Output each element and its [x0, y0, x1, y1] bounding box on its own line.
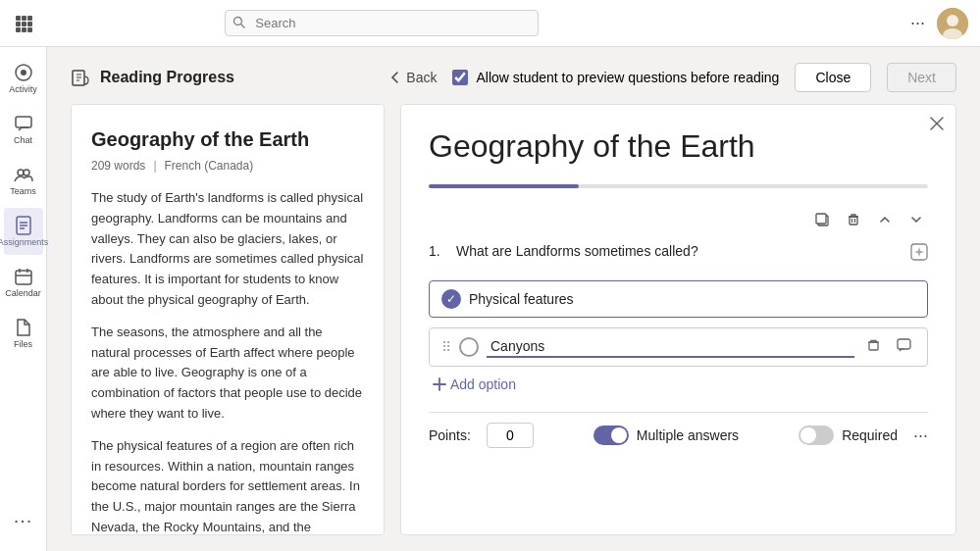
more-icon[interactable]: ··· [910, 13, 925, 33]
points-label: Points: [429, 427, 471, 443]
language: French (Canada) [165, 159, 254, 173]
required-label: Required [842, 427, 898, 443]
points-input[interactable] [487, 423, 534, 448]
quiz-panel: Geography of the Earth [400, 104, 956, 535]
svg-rect-37 [898, 339, 910, 349]
preview-row: Allow student to preview questions befor… [452, 70, 779, 85]
svg-rect-5 [27, 22, 32, 26]
search-bar [225, 10, 539, 36]
multiple-answers-label: Multiple answers [637, 427, 739, 443]
answer-input-2[interactable] [487, 336, 854, 358]
svg-rect-16 [16, 117, 31, 127]
app-title: Reading Progress [100, 69, 234, 86]
svg-rect-0 [16, 16, 21, 21]
next-button[interactable]: Next [887, 63, 956, 92]
quiz-title: Geography of the Earth [429, 128, 928, 165]
sidebar-item-assignments[interactable]: Assignments [4, 208, 43, 255]
svg-rect-23 [16, 271, 31, 284]
add-option-button[interactable]: Add option [433, 376, 516, 392]
multiple-answers-group: Multiple answers [593, 426, 739, 445]
grid-icon[interactable] [12, 12, 35, 35]
top-bar: ··· [0, 0, 980, 47]
sidebar-item-calendar[interactable]: Calendar [4, 259, 43, 306]
sidebar-teams-label: Teams [10, 186, 36, 196]
sidebar-item-files[interactable]: Files [4, 310, 43, 357]
word-count: 209 words [91, 159, 145, 173]
reading-para-2: The seasons, the atmosphere and all the … [91, 323, 364, 425]
sidebar-assignments-label: Assignments [0, 237, 48, 247]
comment-answer-2-button[interactable] [893, 336, 915, 358]
svg-rect-7 [22, 27, 26, 32]
svg-rect-3 [16, 22, 21, 26]
main-layout: Activity Chat Teams [0, 47, 980, 551]
reading-para-3: The physical features of a region are of… [91, 436, 364, 535]
content-area: Reading Progress Back Allow student to p… [47, 47, 980, 551]
quiz-close-button[interactable] [930, 117, 944, 134]
svg-rect-6 [16, 27, 21, 32]
answer-option-2: ⠿ [429, 327, 928, 367]
svg-point-12 [947, 15, 958, 26]
add-option-row: Add option [429, 376, 928, 392]
progress-fill [429, 184, 579, 188]
move-down-button[interactable] [904, 208, 928, 235]
reading-meta: 209 words | French (Canada) [91, 159, 364, 173]
sidebar-calendar-label: Calendar [5, 288, 41, 298]
top-bar-right: ··· [910, 8, 968, 39]
sidebar-more-btn[interactable]: ··· [4, 496, 43, 543]
sidebar-item-teams[interactable]: Teams [4, 157, 43, 204]
sidebar: Activity Chat Teams [0, 47, 47, 551]
reading-para-1: The study of Earth's landforms is called… [91, 188, 364, 311]
svg-point-15 [21, 70, 26, 75]
header-row: Reading Progress Back Allow student to p… [71, 63, 956, 92]
answer-circle-1[interactable] [441, 289, 461, 309]
avatar[interactable] [937, 8, 968, 39]
preview-label: Allow student to preview questions befor… [476, 70, 779, 85]
back-button[interactable]: Back [388, 70, 437, 85]
delete-question-button[interactable] [842, 208, 865, 235]
svg-rect-31 [816, 214, 826, 224]
points-row: Points: Multiple answers Required ··· [429, 412, 928, 458]
add-option-label: Add option [450, 376, 516, 392]
answer-text-1: Physical features [469, 291, 915, 307]
question-toolbar [429, 208, 928, 235]
sidebar-item-chat[interactable]: Chat [4, 106, 43, 153]
question-number: 1. [429, 243, 448, 259]
answer-option-1: Physical features [429, 280, 928, 318]
progress-bar [429, 184, 928, 188]
svg-rect-2 [27, 16, 32, 21]
question-row: 1. What are Landforms sometimes called? [429, 243, 928, 265]
svg-point-17 [18, 170, 24, 175]
required-toggle[interactable] [799, 426, 834, 445]
drag-handle-2[interactable]: ⠿ [441, 339, 451, 355]
sidebar-chat-label: Chat [14, 135, 32, 145]
svg-rect-32 [850, 217, 857, 225]
delete-answer-2-button[interactable] [862, 336, 885, 358]
svg-line-10 [241, 24, 245, 27]
svg-point-18 [24, 170, 29, 175]
svg-rect-4 [22, 22, 26, 26]
question-sparkle-button[interactable] [910, 243, 928, 265]
multiple-answers-toggle[interactable] [593, 426, 629, 445]
copy-button[interactable] [810, 208, 834, 235]
svg-rect-36 [869, 342, 878, 350]
points-more-button[interactable]: ··· [913, 426, 928, 446]
two-panel: Geography of the Earth 209 words | Frenc… [71, 104, 956, 535]
reading-body: The study of Earth's landforms is called… [91, 188, 364, 535]
svg-rect-1 [22, 16, 26, 21]
sidebar-files-label: Files [14, 339, 32, 349]
reading-progress-title-group: Reading Progress [71, 67, 234, 88]
sidebar-item-activity[interactable]: Activity [4, 55, 43, 102]
sidebar-activity-label: Activity [9, 84, 37, 94]
answer-circle-2[interactable] [459, 337, 479, 357]
move-up-button[interactable] [873, 208, 897, 235]
question-text: What are Landforms sometimes called? [456, 243, 903, 259]
reading-title: Geography of the Earth [91, 128, 364, 151]
preview-checkbox[interactable] [452, 70, 468, 85]
reading-progress-icon [71, 67, 92, 88]
search-input[interactable] [225, 10, 539, 36]
svg-rect-8 [27, 27, 32, 32]
reading-panel: Geography of the Earth 209 words | Frenc… [71, 104, 385, 535]
back-label: Back [406, 70, 437, 85]
required-group: Required [799, 426, 898, 445]
close-button[interactable]: Close [795, 63, 871, 92]
